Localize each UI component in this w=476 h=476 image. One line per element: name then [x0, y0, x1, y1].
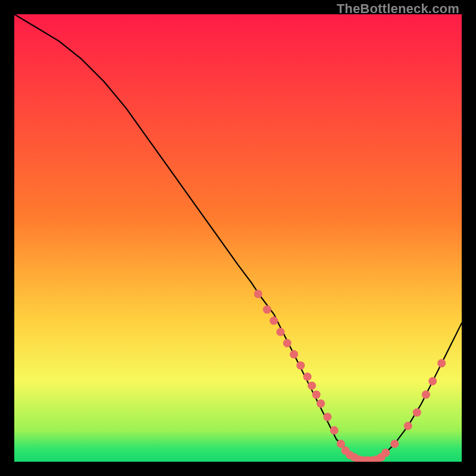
- data-marker: [437, 359, 446, 368]
- data-marker: [422, 390, 430, 399]
- data-marker: [270, 317, 278, 325]
- chart-stage: TheBottleneck.com: [0, 0, 476, 476]
- data-marker: [296, 361, 305, 369]
- plot-area: [14, 14, 462, 462]
- data-marker: [330, 426, 339, 434]
- data-marker: [381, 449, 390, 457]
- data-marker: [312, 390, 321, 399]
- data-marker: [276, 328, 284, 336]
- data-marker: [317, 399, 325, 408]
- data-marker: [283, 339, 292, 347]
- data-marker: [254, 290, 262, 298]
- chart-svg: [14, 14, 462, 462]
- data-marker: [323, 413, 331, 421]
- svg-rect-0: [14, 14, 462, 462]
- data-marker: [428, 377, 437, 386]
- data-marker: [303, 372, 312, 381]
- data-marker: [290, 350, 298, 359]
- data-marker: [390, 440, 399, 448]
- data-marker: [404, 422, 412, 430]
- data-marker: [413, 408, 421, 416]
- data-marker: [263, 305, 271, 314]
- data-marker: [308, 381, 316, 390]
